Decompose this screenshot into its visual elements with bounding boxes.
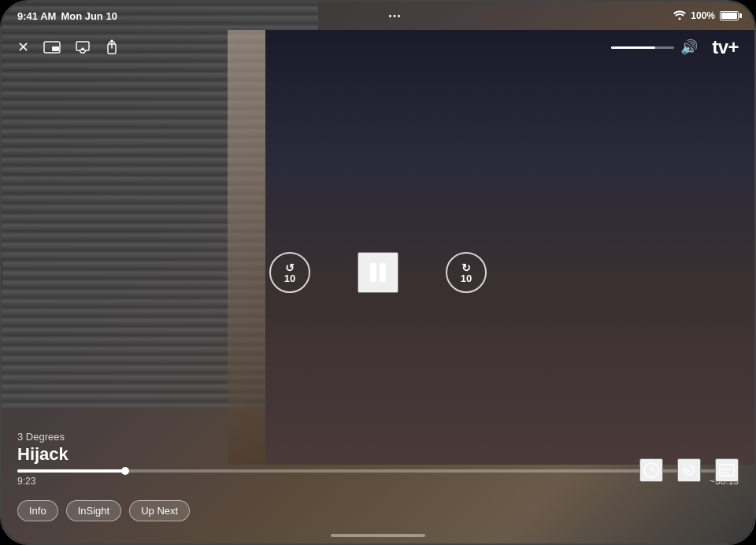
forward-button[interactable]: ↻ 10 — [446, 252, 487, 293]
side-button[interactable] — [0, 257, 2, 288]
top-controls: ✕ — [2, 36, 754, 58]
rewind-button[interactable]: ↺ 10 — [269, 252, 310, 293]
bottom-controls-row: 10 — [639, 458, 739, 482]
current-time: 9:23 — [17, 476, 35, 487]
rewind-seconds-label: 10 — [284, 272, 295, 284]
subtitles-button[interactable] — [715, 458, 739, 482]
battery-fill — [721, 13, 737, 19]
status-center: ••• — [389, 12, 402, 20]
time-row: 9:23 ~38:13 — [17, 476, 739, 487]
wifi-icon — [673, 10, 686, 22]
share-button[interactable] — [105, 39, 119, 55]
center-controls: ↺ 10 ↻ 10 — [269, 252, 487, 293]
status-time: 9:41 AM — [17, 10, 56, 22]
appletv-logo: tv+ — [710, 36, 739, 58]
home-indicator — [331, 534, 425, 537]
appletv-text: tv+ — [712, 36, 739, 58]
volume-bar[interactable] — [611, 46, 674, 49]
forward-seconds-label: 10 — [461, 272, 472, 284]
controls-overlay: ✕ — [2, 2, 754, 543]
airplay-button[interactable] — [75, 40, 91, 54]
picture-in-picture-button[interactable] — [43, 41, 61, 54]
svg-rect-1 — [52, 46, 59, 51]
progress-fill — [17, 469, 125, 473]
status-dots: ••• — [389, 12, 402, 20]
progress-bar[interactable] — [17, 469, 739, 473]
up-next-button[interactable]: Up Next — [129, 500, 190, 521]
episode-label: 3 Degrees — [17, 431, 739, 443]
svg-marker-2 — [80, 47, 86, 50]
top-right-controls: 🔊 tv+ — [611, 36, 739, 58]
volume-fill — [611, 46, 655, 49]
status-bar: 9:41 AM Mon Jun 10 ••• 100% — [2, 2, 754, 30]
bottom-pill-buttons: Info InSight Up Next — [17, 500, 190, 521]
status-right: 100% — [673, 10, 739, 22]
ipad-frame: 9:41 AM Mon Jun 10 ••• 100% — [0, 0, 756, 545]
progress-dot — [121, 467, 129, 475]
chapters-button[interactable] — [639, 458, 663, 482]
svg-rect-5 — [380, 263, 386, 282]
volume-area: 🔊 — [611, 39, 698, 56]
insight-button[interactable]: InSight — [66, 500, 121, 521]
svg-rect-4 — [370, 263, 376, 282]
svg-text:10: 10 — [687, 469, 692, 473]
status-date: Mon Jun 10 — [61, 10, 117, 22]
top-left-controls: ✕ — [17, 39, 119, 56]
title-label: Hijack — [17, 444, 739, 465]
battery-percent: 100% — [691, 10, 715, 21]
svg-rect-8 — [720, 465, 734, 476]
pause-button[interactable] — [358, 252, 398, 293]
volume-icon: 🔊 — [680, 39, 698, 56]
battery-icon — [720, 11, 739, 20]
info-button[interactable]: Info — [17, 500, 58, 521]
close-button[interactable]: ✕ — [17, 39, 29, 56]
back-10-button[interactable]: 10 — [677, 458, 701, 482]
status-left: 9:41 AM Mon Jun 10 — [17, 10, 117, 22]
